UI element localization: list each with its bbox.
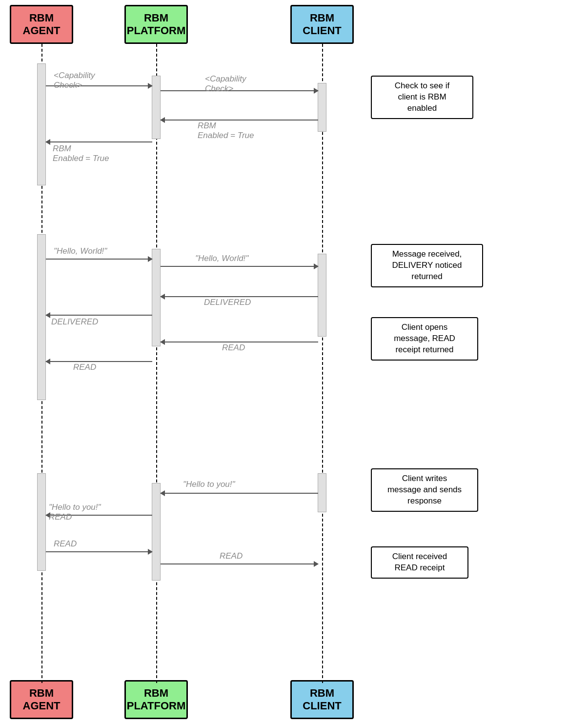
note-client-writes: Client writes message and sends response: [371, 468, 478, 512]
arrow-read-forward: [46, 551, 152, 552]
note-client-read-receipt: Client received READ receipt: [371, 546, 468, 579]
arrow-hello-2: [161, 266, 318, 267]
agent-bar-1: [37, 63, 46, 185]
label-rbm-enabled-1: RBMEnabled = True: [53, 144, 109, 163]
label-hello-to-you-2: "Hello to you!": [183, 480, 235, 489]
label-read-2: READ: [222, 343, 245, 353]
arrow-read-client: [161, 563, 318, 564]
label-read-1: READ: [73, 362, 96, 372]
label-delivered-1: DELIVERED: [51, 317, 98, 327]
actor-agent-top: RBM AGENT: [10, 5, 73, 44]
actor-platform-top: RBM PLATFORM: [124, 5, 188, 44]
diagram-container: RBM AGENT RBM PLATFORM RBM CLIENT RBM AG…: [0, 0, 588, 724]
actor-platform-bottom: RBM PLATFORM: [124, 680, 188, 719]
lifeline-platform: [156, 44, 157, 683]
agent-bar-2: [37, 234, 46, 400]
platform-bar-1: [152, 76, 161, 139]
actor-client-bottom: RBM CLIENT: [290, 680, 354, 719]
label-rbm-enabled-2: RBMEnabled = True: [198, 121, 254, 141]
client-bar-2: [318, 254, 326, 337]
label-cap-check-1: <CapabilityCheck>: [54, 71, 95, 90]
label-hello-2: "Hello, World!": [195, 254, 248, 263]
actor-client-top: RBM CLIENT: [290, 5, 354, 44]
arrow-delivered-1: [46, 315, 152, 316]
note-rbm-enabled: Check to see if client is RBM enabled: [371, 76, 473, 119]
label-read-forward: READ: [54, 539, 77, 549]
label-hello-to-you-1: "Hello to you!"READ: [49, 503, 101, 522]
client-bar-3: [318, 473, 326, 512]
note-delivery: Message received, DELIVERY noticed retur…: [371, 244, 483, 287]
label-cap-check-2: <CapabilityCheck>: [205, 74, 246, 94]
arrow-rbm-enabled-2: [161, 120, 318, 121]
arrow-hello-1: [46, 259, 152, 260]
arrow-delivered-2: [161, 296, 318, 297]
agent-bar-3: [37, 473, 46, 571]
label-hello-1: "Hello, World!": [54, 246, 107, 256]
label-delivered-2: DELIVERED: [204, 298, 251, 307]
label-read-client: READ: [220, 551, 243, 561]
platform-bar-2: [152, 249, 161, 346]
actor-agent-bottom: RBM AGENT: [10, 680, 73, 719]
arrow-hello-to-you-2: [161, 493, 318, 494]
arrow-read-2: [161, 342, 318, 342]
platform-bar-3: [152, 483, 161, 581]
lifeline-client: [322, 44, 323, 683]
note-read-receipt: Client opens message, READ receipt retur…: [371, 317, 478, 361]
arrow-rbm-enabled-1: [46, 141, 152, 142]
client-bar-1: [318, 83, 326, 132]
arrow-read-1: [46, 361, 152, 362]
